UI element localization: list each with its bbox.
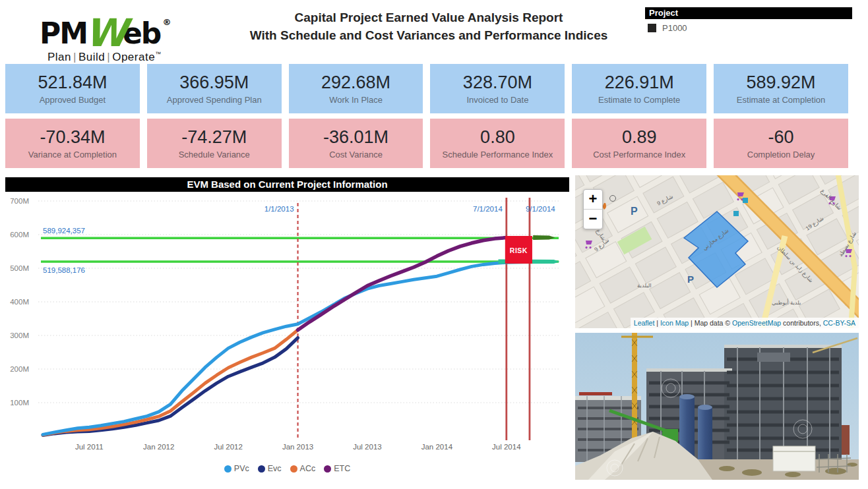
kpi-card-schedule-performance-index[interactable]: 0.80Schedule Performance Index bbox=[430, 119, 565, 168]
chart-legend: PVcEvcACcETC bbox=[5, 464, 569, 473]
attribution-text: | bbox=[654, 319, 660, 327]
series-line-Evc[interactable] bbox=[43, 338, 298, 436]
kpi-card-work-in-place[interactable]: 292.68MWork In Place bbox=[289, 64, 423, 113]
kpi-value: 521.84M bbox=[38, 72, 107, 93]
project-slicer: Project P1000 bbox=[645, 7, 852, 33]
series-line-ETC[interactable] bbox=[298, 238, 507, 330]
kpi-card-variance-at-completion[interactable]: -70.34MVariance at Completion bbox=[5, 119, 140, 168]
map-zoom-control: + − bbox=[583, 189, 603, 229]
kpi-label: Approved Budget bbox=[40, 95, 106, 105]
kpi-card-cost-variance[interactable]: -36.01MCost Variance bbox=[289, 119, 423, 168]
y-axis-tick-label: 400M bbox=[10, 298, 29, 306]
legend-label: PVc bbox=[234, 464, 249, 473]
y-axis-tick-label: 200M bbox=[10, 365, 29, 373]
kpi-value: 366.95M bbox=[179, 72, 249, 93]
kpi-label: Completion Delay bbox=[747, 150, 815, 159]
project-slicer-item-label: P1000 bbox=[662, 23, 687, 33]
risk-marker-label: RISK bbox=[510, 246, 528, 254]
x-axis-tick-label: Jul 2011 bbox=[75, 443, 104, 451]
kpi-value: 0.89 bbox=[622, 127, 657, 148]
map-canvas[interactable]: P P شارع 9شارع 9شارع التربيةشارع مخازنيش… bbox=[575, 175, 859, 328]
checkbox-icon[interactable] bbox=[648, 24, 656, 32]
evm-line-chart[interactable]: 700M600M500M400M300M200M100M589,924,3575… bbox=[5, 192, 569, 459]
kpi-card-approved-budget[interactable]: 521.84MApproved Budget bbox=[5, 64, 140, 113]
evm-dashboard: { "logo": { "pm":"PM", "w":"W", "eb":"eb… bbox=[0, 0, 868, 489]
kpi-row-budget: 521.84MApproved Budget366.95MApproved Sp… bbox=[5, 64, 848, 113]
kpi-card-schedule-variance[interactable]: -74.27MSchedule Variance bbox=[147, 119, 282, 168]
legend-dot-icon bbox=[258, 465, 265, 473]
series-line-ACc[interactable] bbox=[43, 330, 298, 435]
forecast-end-segment bbox=[533, 235, 555, 240]
x-axis-tick-label: Jul 2014 bbox=[492, 443, 521, 451]
legend-item-Evc[interactable]: Evc bbox=[258, 464, 282, 473]
legend-label: ACc bbox=[300, 464, 316, 473]
attribution-text: | Map data © bbox=[689, 319, 732, 327]
y-axis-tick-label: 600M bbox=[10, 231, 29, 239]
kpi-card-approved-spending-plan[interactable]: 366.95MApproved Spending Plan bbox=[147, 64, 282, 113]
attribution-link[interactable]: Leaflet bbox=[634, 319, 655, 327]
map-attribution: Leaflet | Icon Map | Map data © OpenStre… bbox=[631, 318, 859, 328]
kpi-value: -60 bbox=[768, 127, 794, 148]
y-axis-tick-label: 700M bbox=[10, 197, 29, 205]
chart-title: EVM Based on Current Project Information bbox=[5, 177, 569, 192]
kpi-card-estimate-at-completion[interactable]: 589.92MEstimate at Completion bbox=[714, 64, 848, 113]
kpi-value: -36.01M bbox=[323, 127, 388, 148]
kpi-label: Schedule Performance Index bbox=[443, 150, 553, 159]
y-axis-tick-label: 500M bbox=[10, 264, 29, 272]
registered-mark: ® bbox=[162, 17, 171, 27]
pmweb-logo: PMWeb® Plan|Build|Operate™ bbox=[40, 5, 198, 64]
x-axis-tick-label: Jul 2012 bbox=[214, 443, 242, 451]
parking-icon: P bbox=[631, 206, 638, 217]
legend-item-PVc[interactable]: PVc bbox=[224, 464, 249, 473]
kpi-label: Estimate to Complete bbox=[598, 95, 680, 105]
legend-dot-icon bbox=[324, 465, 331, 473]
y-axis-tick-label: 300M bbox=[10, 331, 29, 339]
event-date-label: 1/1/2013 bbox=[264, 205, 294, 213]
legend-label: ETC bbox=[334, 464, 350, 473]
map-street-label: بلدية أبوظبي bbox=[772, 299, 801, 306]
x-axis-tick-label: Jul 2013 bbox=[353, 443, 381, 451]
kpi-label: Variance at Completion bbox=[28, 150, 117, 159]
x-axis-tick-label: Jan 2013 bbox=[282, 443, 313, 451]
legend-label: Evc bbox=[268, 464, 282, 473]
event-date-label: 9/1/2014 bbox=[526, 205, 555, 213]
kpi-label: Work In Place bbox=[329, 95, 383, 105]
evm-chart-panel: EVM Based on Current Project Information… bbox=[5, 177, 569, 473]
kpi-label: Estimate at Completion bbox=[737, 95, 825, 105]
kpi-label: Approved Spending Plan bbox=[167, 95, 262, 105]
legend-dot-icon bbox=[290, 465, 297, 473]
report-title-line2: With Schedule and Cost Variances and Per… bbox=[204, 26, 653, 44]
kpi-value: 226.91M bbox=[605, 72, 674, 93]
kpi-card-cost-performance-index[interactable]: 0.89Cost Performance Index bbox=[572, 119, 706, 168]
project-slicer-header: Project bbox=[645, 7, 852, 19]
parking-icon: P bbox=[687, 273, 694, 285]
map-zoom-out-button[interactable]: − bbox=[584, 210, 602, 229]
attribution-text: contributors, bbox=[781, 319, 823, 327]
trademark: ™ bbox=[155, 51, 162, 57]
kpi-value: 0.80 bbox=[480, 127, 515, 148]
kpi-value: 328.70M bbox=[463, 72, 532, 93]
kpi-card-invoiced-to-date[interactable]: 328.70MInvoiced to Date bbox=[430, 64, 565, 113]
kpi-label: Schedule Variance bbox=[179, 150, 250, 159]
attribution-link[interactable]: CC-BY-SA bbox=[823, 319, 855, 327]
kpi-label: Cost Performance Index bbox=[593, 150, 685, 159]
map-street-label: البلدية bbox=[637, 282, 652, 289]
map-marker-square bbox=[743, 198, 748, 203]
kpi-value: 589.92M bbox=[747, 72, 816, 93]
kpi-value: -74.27M bbox=[181, 127, 247, 148]
legend-dot-icon bbox=[224, 465, 232, 473]
construction-photo-illustration bbox=[575, 333, 859, 480]
pmweb-logo-w: W bbox=[85, 11, 126, 55]
event-date-label: 7/1/2014 bbox=[473, 205, 503, 213]
kpi-card-completion-delay[interactable]: -60Completion Delay bbox=[714, 119, 848, 168]
project-slicer-item-p1000[interactable]: P1000 bbox=[645, 23, 852, 33]
legend-item-ACc[interactable]: ACc bbox=[290, 464, 316, 473]
map-zoom-in-button[interactable]: + bbox=[584, 190, 602, 210]
attribution-link[interactable]: Icon Map bbox=[660, 319, 689, 327]
project-location-map[interactable]: P P شارع 9شارع 9شارع التربيةشارع مخازنيش… bbox=[575, 175, 859, 328]
legend-item-ETC[interactable]: ETC bbox=[324, 464, 350, 473]
kpi-card-estimate-to-complete[interactable]: 226.91MEstimate to Complete bbox=[572, 64, 706, 113]
pmweb-logo-wordmark: PMWeb® bbox=[40, 5, 198, 51]
attribution-link[interactable]: OpenStreetMap bbox=[732, 319, 781, 327]
reference-line-label: 519,588,176 bbox=[43, 266, 85, 274]
